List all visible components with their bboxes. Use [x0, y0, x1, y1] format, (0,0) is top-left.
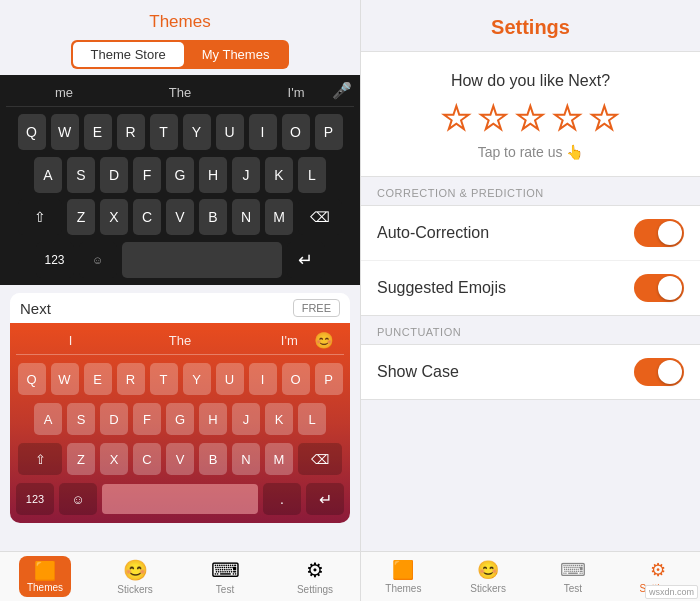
g-key-q[interactable]: Q	[18, 363, 46, 395]
free-badge[interactable]: FREE	[293, 299, 340, 317]
g-key-l[interactable]: L	[298, 403, 326, 435]
right-stickers-label: Stickers	[470, 583, 506, 594]
g-key-k[interactable]: K	[265, 403, 293, 435]
g-key-g[interactable]: G	[166, 403, 194, 435]
key-q[interactable]: Q	[18, 114, 46, 150]
key-t[interactable]: T	[150, 114, 178, 150]
g-key-u[interactable]: U	[216, 363, 244, 395]
suggested-emojis-toggle[interactable]	[634, 274, 684, 302]
row-3-dark: ⇧ Z X C V B N M ⌫	[6, 199, 354, 235]
key-y[interactable]: Y	[183, 114, 211, 150]
g-backspace[interactable]: ⌫	[298, 443, 342, 475]
theme-store-tab[interactable]: Theme Store	[73, 42, 184, 67]
star-1[interactable]: ★	[442, 102, 471, 134]
dark-key-rows: Q W E R T Y U I O P A S D F G H J K L	[6, 111, 354, 281]
key-m[interactable]: M	[265, 199, 293, 235]
g-key-f[interactable]: F	[133, 403, 161, 435]
star-5[interactable]: ★	[590, 102, 619, 134]
g-return[interactable]: ↵	[306, 483, 344, 515]
shift-key-dark[interactable]: ⇧	[18, 199, 62, 235]
g-shift[interactable]: ⇧	[18, 443, 62, 475]
key-f[interactable]: F	[133, 157, 161, 193]
key-d[interactable]: D	[100, 157, 128, 193]
g-dot[interactable]: .	[263, 483, 301, 515]
key-s[interactable]: S	[67, 157, 95, 193]
auto-correction-row: Auto-Correction	[361, 206, 700, 261]
left-tab-settings[interactable]: ⚙ Settings	[270, 552, 360, 601]
settings-title: Settings	[361, 16, 700, 39]
backspace-key-dark[interactable]: ⌫	[298, 199, 342, 235]
right-tab-themes[interactable]: 🟧 Themes	[361, 552, 446, 601]
star-4[interactable]: ★	[553, 102, 582, 134]
star-2[interactable]: ★	[479, 102, 508, 134]
g-key-a[interactable]: A	[34, 403, 62, 435]
key-u[interactable]: U	[216, 114, 244, 150]
key-z[interactable]: Z	[67, 199, 95, 235]
key-v[interactable]: V	[166, 199, 194, 235]
right-tab-test[interactable]: ⌨ Test	[531, 552, 616, 601]
g-key-m[interactable]: M	[265, 443, 293, 475]
g-key-j[interactable]: J	[232, 403, 260, 435]
key-k[interactable]: K	[265, 157, 293, 193]
key-w[interactable]: W	[51, 114, 79, 150]
g-key-h[interactable]: H	[199, 403, 227, 435]
key-l[interactable]: L	[298, 157, 326, 193]
g-key-t[interactable]: T	[150, 363, 178, 395]
g-key-i[interactable]: I	[249, 363, 277, 395]
g-key-s[interactable]: S	[67, 403, 95, 435]
left-tab-stickers[interactable]: 😊 Stickers	[90, 552, 180, 601]
auto-correction-knob	[658, 221, 682, 245]
row-1-dark: Q W E R T Y U I O P	[6, 114, 354, 150]
left-tab-themes[interactable]: 🟧 Themes	[0, 552, 90, 601]
show-case-toggle[interactable]	[634, 358, 684, 386]
g-key-c[interactable]: C	[133, 443, 161, 475]
num-key-dark[interactable]: 123	[36, 242, 74, 278]
key-o[interactable]: O	[282, 114, 310, 150]
key-i[interactable]: I	[249, 114, 277, 150]
key-a[interactable]: A	[34, 157, 62, 193]
left-panel: Themes Theme Store My Themes me The I'm …	[0, 0, 360, 601]
right-header: Settings	[361, 0, 700, 52]
show-case-knob	[658, 360, 682, 384]
g-key-v[interactable]: V	[166, 443, 194, 475]
right-bottom-tabs: 🟧 Themes 😊 Stickers ⌨ Test ⚙ Settings ws…	[361, 551, 700, 601]
g-key-o[interactable]: O	[282, 363, 310, 395]
auto-correction-toggle[interactable]	[634, 219, 684, 247]
g-key-z[interactable]: Z	[67, 443, 95, 475]
show-case-row: Show Case	[361, 345, 700, 399]
key-h[interactable]: H	[199, 157, 227, 193]
space-key-dark[interactable]	[122, 242, 282, 278]
key-x[interactable]: X	[100, 199, 128, 235]
g-key-d[interactable]: D	[100, 403, 128, 435]
g-key-b[interactable]: B	[199, 443, 227, 475]
return-key-dark[interactable]: ↵	[287, 242, 325, 278]
key-c[interactable]: C	[133, 199, 161, 235]
right-tab-stickers[interactable]: 😊 Stickers	[446, 552, 531, 601]
g-key-r[interactable]: R	[117, 363, 145, 395]
g-key-e[interactable]: E	[84, 363, 112, 395]
g-key-y[interactable]: Y	[183, 363, 211, 395]
right-stickers-icon: 😊	[477, 559, 499, 581]
g-key-w[interactable]: W	[51, 363, 79, 395]
g-key-x[interactable]: X	[100, 443, 128, 475]
g-num[interactable]: 123	[16, 483, 54, 515]
star-3[interactable]: ★	[516, 102, 545, 134]
key-p[interactable]: P	[315, 114, 343, 150]
key-e[interactable]: E	[84, 114, 112, 150]
key-b[interactable]: B	[199, 199, 227, 235]
text-input-grad[interactable]	[102, 484, 258, 514]
themes-tab-label: Themes	[27, 582, 63, 593]
g-key-n[interactable]: N	[232, 443, 260, 475]
emoji-key-dark[interactable]: ☺	[79, 242, 117, 278]
my-themes-tab[interactable]: My Themes	[184, 42, 288, 67]
stars-row[interactable]: ★ ★ ★ ★ ★	[377, 102, 684, 134]
g-emoji[interactable]: ☺	[59, 483, 97, 515]
left-tab-test[interactable]: ⌨ Test	[180, 552, 270, 601]
key-n[interactable]: N	[232, 199, 260, 235]
key-r[interactable]: R	[117, 114, 145, 150]
key-j[interactable]: J	[232, 157, 260, 193]
key-g[interactable]: G	[166, 157, 194, 193]
right-tab-settings[interactable]: ⚙ Settings wsxdn.com	[615, 552, 700, 601]
g-key-p[interactable]: P	[315, 363, 343, 395]
suggestion-bar-dark: me The I'm 🎤	[6, 79, 354, 107]
